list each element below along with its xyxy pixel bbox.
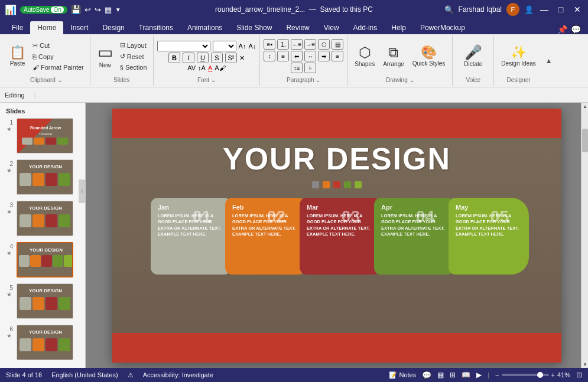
zoom-out-button[interactable]: − [495,371,499,378]
ribbon-comment-icon[interactable]: 💬 [571,25,581,34]
slide-title[interactable]: YOUR DESIGN [112,109,561,177]
undo-icon[interactable]: ↩ [85,5,91,14]
underline-button[interactable]: U [197,53,209,63]
scroll-thumb[interactable] [582,129,588,152]
autosave-toggle[interactable]: AutoSave On [20,6,67,14]
align-right-button[interactable]: ➡ [318,51,330,61]
bullets-button[interactable]: ≡• [264,39,275,50]
fit-slide-button[interactable]: ⊡ [576,371,582,379]
format-painter-button[interactable]: 🖌 Format Painter [30,63,86,72]
zoom-thumb[interactable] [537,372,543,378]
tab-addins[interactable]: Add-ins [346,21,385,34]
tab-review[interactable]: Review [279,21,316,34]
align-center-button[interactable]: ↔ [304,51,316,61]
normal-view-button[interactable]: ▦ [437,371,444,379]
slide-thumb-6[interactable]: 6 ★ YOUR DESIGN [2,324,83,361]
svg-rect-8 [33,173,44,186]
tab-design[interactable]: Design [95,21,131,34]
slide-thumb-1[interactable]: 1 ★ Rounded ArrowTimeline [2,117,83,155]
justify-button[interactable]: ≡ [332,51,343,61]
cut-button[interactable]: ✂ Cut [30,41,86,51]
tab-insert[interactable]: Insert [63,21,95,34]
scroll-up-button[interactable]: ▲ [581,103,588,110]
redo-icon[interactable]: ↪ [95,5,101,14]
new-slide-button[interactable]: ▭ New [94,43,116,70]
notes-button[interactable]: 📝 Notes [389,371,416,379]
font-decrease-icon[interactable]: A↓ [248,43,256,50]
timeline-item-3[interactable]: Mar 03 LOREM IPSUM. HERE IS A GOOD PLACE… [300,198,380,275]
italic-button[interactable]: I [183,53,194,63]
present-icon[interactable]: ▦ [105,5,112,14]
highlight-icon[interactable]: A🖌 [215,64,225,71]
tab-animations[interactable]: Animations [180,21,229,34]
strikethrough-button[interactable]: S [211,53,223,63]
slide-thumb-4[interactable]: 4 ★ YOUR DESIGN [2,241,83,279]
zoom-level[interactable]: 41% [557,371,570,378]
text-direction-icon[interactable]: ↕A [198,64,206,71]
paste-button[interactable]: 📋 Paste [6,44,29,68]
close-button[interactable]: ✕ [571,4,583,15]
share-icon[interactable]: 👤 [524,5,534,14]
maximize-button[interactable]: □ [555,4,567,15]
dictate-button[interactable]: 🎤 Dictate [460,44,486,69]
tab-file[interactable]: File [5,21,30,34]
clear-format-icon[interactable]: ✕ [239,54,245,62]
slide-thumb-3[interactable]: 3 ★ YOUR DESIGN [2,200,83,237]
design-ideas-icon: ✨ [511,46,527,59]
minimize-button[interactable]: — [538,4,550,15]
layout-button[interactable]: ⊟ Layout [118,40,150,50]
ribbon-pin-icon[interactable]: 📌 [557,25,567,34]
zoom-in-button[interactable]: + [551,371,555,378]
reset-button[interactable]: ↺ Reset [118,51,150,61]
font-size-select[interactable] [213,41,236,51]
comments-button[interactable]: 💬 [422,371,431,380]
tab-home[interactable]: Home [30,21,63,34]
timeline-item-4[interactable]: Apr 04 LOREM IPSUM. HERE IS A GOOD PLACE… [374,198,454,275]
timeline-item-2[interactable]: Feb 02 LOREM IPSUM. HERE IS A GOOD PLACE… [225,198,306,275]
line-spacing-button[interactable]: ↕≡ [291,63,303,73]
column-break-button[interactable]: ⊦ [304,63,316,73]
tab-slideshow[interactable]: Slide Show [229,21,279,34]
section-button[interactable]: § Section [118,63,150,72]
tab-help[interactable]: Help [384,21,413,34]
arrange-button[interactable]: ⧉ Arrange [379,44,408,69]
tab-view[interactable]: View [317,21,346,34]
increase-indent-button[interactable]: →≡ [304,39,316,50]
char-spacing-icon[interactable]: AV [187,64,196,71]
decrease-indent-button[interactable]: ←≡ [291,39,303,50]
timeline-item-1[interactable]: Jan 01 LOREM IPSUM. HERE IS A GOOD PLACE… [151,198,231,275]
align-text-btn[interactable]: ≡ [277,51,289,61]
save-icon[interactable]: 💾 [71,5,81,14]
smartart-button[interactable]: ⬡ [318,39,330,50]
align-left-button[interactable]: ⬅ [291,51,303,61]
panel-collapse-handle[interactable]: ‹ [79,179,86,203]
slide-canvas[interactable]: YOUR DESIGN Jan 01 [112,109,561,363]
font-family-select[interactable] [157,41,210,51]
quick-styles-button[interactable]: 🎨 Quick Styles [409,44,449,68]
reading-view-button[interactable]: 📖 [462,371,470,379]
numbering-button[interactable]: 1. [277,39,289,50]
slide-sorter-button[interactable]: ⊞ [450,371,456,379]
scroll-down-button[interactable]: ▼ [581,361,588,368]
ribbon-collapse-button[interactable]: ▲ [543,35,555,86]
tab-powermockup[interactable]: PowerMockup [413,21,472,34]
zoom-slider[interactable] [502,374,549,376]
search-icon[interactable]: 🔍 [444,5,454,14]
vertical-scrollbar[interactable]: ▲ ▼ [581,103,588,368]
accessibility-label[interactable]: Accessibility: Investigate [143,371,213,378]
copy-button[interactable]: ⎘ Copy [30,52,86,61]
dropdown-icon[interactable]: ▼ [115,6,121,13]
text-direction-btn[interactable]: ↕ [264,51,275,61]
design-ideas-button[interactable]: ✨ Design Ideas [498,44,539,68]
slideshow-button[interactable]: ▶ [476,371,482,379]
slide-thumb-2[interactable]: 2 ★ YOUR DESIGN [2,158,83,196]
columns-button[interactable]: ▤ [332,39,343,50]
shapes-button[interactable]: ⬡ Shapes [351,44,378,69]
timeline-item-5[interactable]: May 05 LOREM IPSUM. HERE IS A GOOD PLACE… [449,198,529,275]
tab-transitions[interactable]: Transitions [132,21,180,34]
bold-button[interactable]: B [168,53,180,63]
shadow-button[interactable]: S² [225,53,237,63]
slide-thumb-5[interactable]: 5 ★ YOUR DESIGN [2,282,83,320]
font-color-icon[interactable]: A [208,64,212,71]
font-increase-icon[interactable]: A↑ [239,43,246,50]
